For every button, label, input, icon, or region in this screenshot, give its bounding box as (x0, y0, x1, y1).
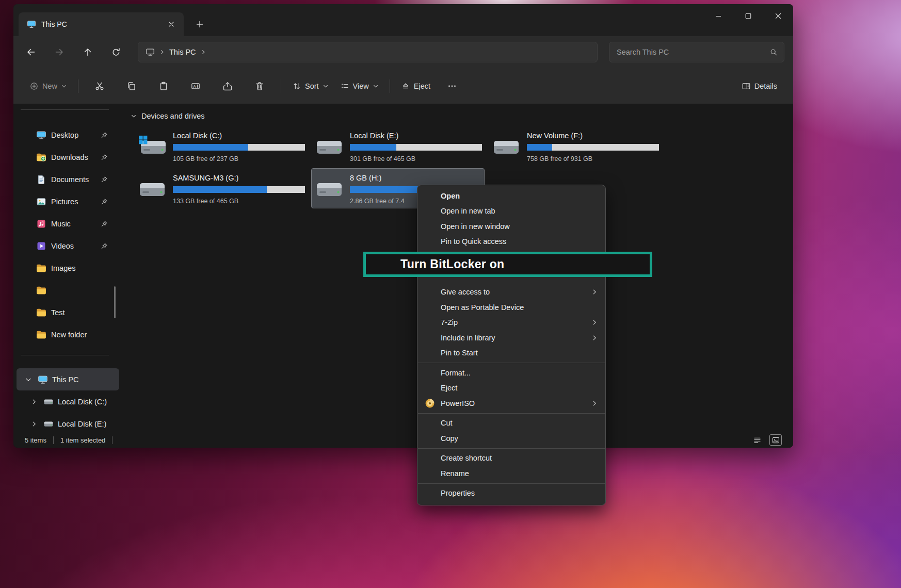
drive-tile-new-volume-f[interactable]: New Volume (F:) 758 GB free of 931 GB (488, 126, 662, 166)
sidebar-item-downloads[interactable]: Downloads (13, 146, 122, 168)
rename-button[interactable]: A (185, 76, 206, 96)
sidebar-item-folder[interactable] (13, 279, 122, 301)
details-view-toggle[interactable] (751, 434, 763, 446)
menu-item-give-access-to[interactable]: Give access to (417, 285, 605, 300)
drive-capacity-bar (173, 144, 305, 151)
maximize-button[interactable] (733, 4, 763, 28)
menu-item-icon (425, 221, 435, 232)
drive-small-icon (43, 419, 54, 429)
sidebar-item-label: Test (51, 308, 122, 317)
menu-item-open[interactable]: Open (417, 188, 605, 204)
pictures-icon (36, 197, 46, 207)
tab-close-icon[interactable] (165, 18, 178, 30)
drive-tile-local-disk-e[interactable]: Local Disk (E:) 301 GB free of 465 GB (311, 126, 485, 166)
window-controls (703, 4, 793, 28)
minimize-button[interactable] (703, 4, 733, 28)
menu-item-open-in-new-tab[interactable]: Open in new tab (417, 204, 605, 219)
command-bar: New A (13, 68, 793, 104)
menu-item-pin-to-start[interactable]: Pin to Start (417, 346, 605, 361)
forward-button[interactable] (49, 42, 70, 62)
sidebar-item-music[interactable]: Music (13, 213, 122, 235)
thumbnail-view-toggle[interactable] (769, 434, 782, 446)
sidebar-divider (21, 109, 109, 110)
drive-name: Local Disk (C:) (173, 132, 305, 140)
details-pane-icon (742, 81, 751, 91)
details-button[interactable]: Details (736, 75, 783, 97)
sidebar-item-images[interactable]: Images (13, 257, 122, 279)
menu-item-rename[interactable]: Rename (417, 466, 605, 481)
menu-item-copy[interactable]: Copy (417, 431, 605, 446)
back-button[interactable] (21, 42, 41, 62)
devices-and-drives-header[interactable]: Devices and drives (128, 110, 793, 122)
tree-item-local-disk-c[interactable]: Local Disk (C:) (17, 390, 119, 413)
more-options-button[interactable] (442, 76, 462, 96)
new-button[interactable]: New (24, 75, 73, 97)
chevron-right-icon[interactable] (30, 398, 38, 405)
chevron-right-icon[interactable] (30, 420, 38, 428)
turn-bitlocker-on-label[interactable]: Turn BitLocker on (400, 257, 504, 271)
paste-button[interactable] (153, 76, 174, 96)
sidebar-scrollbar[interactable] (114, 286, 116, 318)
copy-button[interactable] (121, 76, 142, 96)
menu-item-label: Copy (441, 434, 458, 443)
sidebar-item-test[interactable]: Test (13, 301, 122, 323)
tree-item-this-pc[interactable]: This PC (17, 368, 119, 390)
refresh-button[interactable] (106, 42, 126, 62)
tree-item-label: This PC (52, 375, 79, 384)
sidebar-item-label: Music (51, 220, 101, 228)
drive-name: Local Disk (E:) (350, 132, 482, 140)
tree-item-local-disk-e[interactable]: Local Disk (E:) (17, 413, 119, 435)
up-button[interactable] (77, 42, 98, 62)
menu-item-cut[interactable]: Cut (417, 416, 605, 431)
close-button[interactable] (763, 4, 793, 28)
cut-button[interactable] (89, 76, 110, 96)
drive-capacity-fill (173, 144, 248, 151)
delete-button[interactable] (249, 76, 270, 96)
folder-icon (36, 285, 46, 296)
menu-item-pin-to-quick-access[interactable]: Pin to Quick access (417, 234, 605, 250)
svg-text:A: A (194, 84, 196, 88)
folder-icon (36, 307, 46, 318)
search-icon[interactable] (769, 48, 778, 56)
menu-item-format[interactable]: Format... (417, 365, 605, 381)
chevron-down-icon (323, 83, 329, 89)
pin-icon (101, 242, 108, 250)
menu-item-poweriso[interactable]: PowerISO (417, 396, 605, 411)
breadcrumb-this-pc[interactable]: This PC (169, 48, 196, 56)
sort-button[interactable]: Sort (286, 75, 334, 97)
pin-icon (101, 154, 108, 161)
new-tab-button[interactable] (191, 15, 208, 33)
menu-item-include-in-library[interactable]: Include in library (417, 330, 605, 346)
sidebar-item-new-folder[interactable]: New folder (13, 323, 122, 346)
chevron-down-icon[interactable] (25, 376, 32, 383)
menu-item-label: 7-Zip (441, 318, 458, 326)
sort-icon (292, 81, 301, 91)
view-button[interactable]: View (334, 75, 384, 97)
search-input[interactable] (617, 48, 769, 56)
sidebar-item-documents[interactable]: Documents (13, 168, 122, 190)
details-button-label: Details (754, 82, 777, 90)
breadcrumb[interactable]: This PC (138, 42, 598, 62)
menu-item-open-in-new-window[interactable]: Open in new window (417, 219, 605, 234)
drive-tile-samsung-m3-g[interactable]: SAMSUNG-M3 (G:) 133 GB free of 465 GB (134, 168, 308, 208)
share-button[interactable] (217, 76, 238, 96)
sidebar-item-videos[interactable]: Videos (13, 235, 122, 257)
tab-title: This PC (41, 20, 160, 28)
drive-tile-local-disk-c[interactable]: Local Disk (C:) 105 GB free of 237 GB (134, 126, 308, 166)
sidebar-item-desktop[interactable]: Desktop (13, 124, 122, 146)
menu-item-open-as-portable-device[interactable]: Open as Portable Device (417, 300, 605, 315)
bitlocker-highlight-annotation[interactable]: Turn BitLocker on (363, 252, 652, 277)
sidebar-item-pictures[interactable]: Pictures (13, 190, 122, 213)
eject-button[interactable]: Eject (395, 75, 436, 97)
sidebar-item-label: Documents (51, 175, 101, 184)
sidebar-item-label: Downloads (51, 153, 101, 161)
drive-icon (316, 136, 343, 156)
menu-item-properties[interactable]: Properties (417, 486, 605, 501)
plus-circle-icon (29, 81, 39, 91)
menu-item-create-shortcut[interactable]: Create shortcut (417, 451, 605, 466)
tab-this-pc[interactable]: This PC (19, 12, 184, 36)
menu-item-eject[interactable]: Eject (417, 381, 605, 396)
videos-icon (36, 241, 46, 251)
menu-item-7-zip[interactable]: 7-Zip (417, 315, 605, 331)
eject-button-label: Eject (414, 82, 430, 90)
